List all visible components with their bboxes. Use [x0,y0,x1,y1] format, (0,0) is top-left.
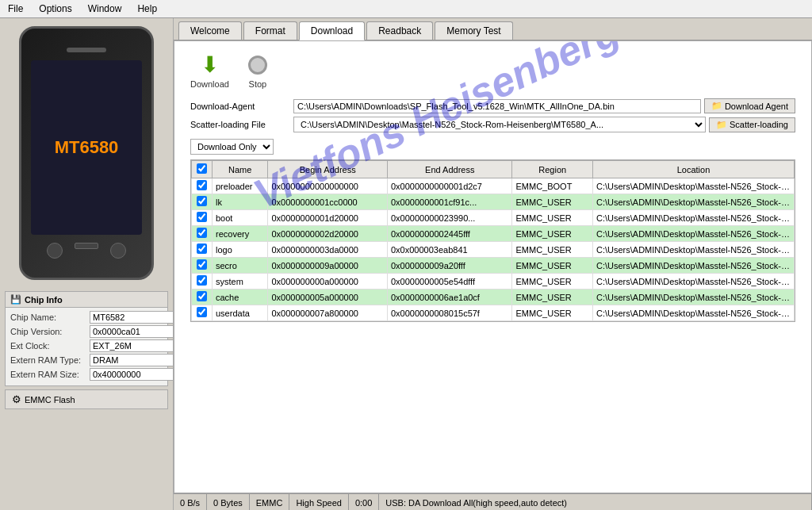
row-checkbox[interactable] [197,180,207,190]
row-region: EMMC_USER [512,305,592,321]
row-name: userdata [213,305,268,321]
phone-bottom-buttons [47,243,126,259]
emmc-flash-section[interactable]: ⚙ EMMC Flash [5,389,168,409]
row-end: 0x00000000023990... [387,210,512,226]
row-checkbox[interactable] [197,259,207,270]
row-begin: 0x0000000003da0000 [268,242,388,258]
row-name: recovery [213,226,268,242]
col-region: Region [512,161,592,178]
row-end: 0x0000000001cf91c... [387,194,512,210]
table-row: preloader 0x0000000000000000 0x000000000… [192,178,795,194]
table-header-row: Name Begin Address End Address Region Lo… [192,161,795,178]
row-checkbox[interactable] [197,307,207,317]
download-button[interactable]: ⬇ Download [190,52,229,89]
chip-ramtype-label: Extern RAM Type: [10,355,90,365]
row-location: C:\Users\ADMIN\Desktop\Masstel-N526_Stoc… [592,194,794,210]
right-panel: Welcome Format Download Readback Memory … [173,18,812,510]
tab-format[interactable]: Format [243,21,297,40]
partition-table-element: Name Begin Address End Address Region Lo… [191,160,795,321]
chip-info-header: 💾 Chip Info [6,292,167,308]
tab-bar: Welcome Format Download Readback Memory … [174,18,812,40]
content-area: Vietfons Heisenberg ⬇ Download Stop [174,40,812,493]
tab-welcome[interactable]: Welcome [178,21,242,40]
tab-download[interactable]: Download [299,21,365,40]
phone-visual: MT6580 [19,26,154,280]
partition-table: Name Begin Address End Address Region Lo… [190,159,795,322]
stop-button[interactable]: Stop [245,52,270,89]
gear-icon: ⚙ [12,393,21,405]
mode-select[interactable]: Download Only [190,139,274,155]
left-panel: MT6580 💾 Chip Info Chip Name: [0,18,173,510]
row-checkbox[interactable] [197,228,207,238]
chip-info-title: Chip Info [25,295,63,305]
scatter-button[interactable]: 📁 Scatter-loading [709,117,795,132]
status-size: 0 Bytes [207,494,250,510]
tab-readback[interactable]: Readback [366,21,433,40]
scatter-btn-label: Scatter-loading [730,120,788,129]
phone-menu-btn [110,243,126,259]
row-checkbox[interactable] [197,212,207,222]
row-checkbox[interactable] [197,275,207,286]
status-time: 0:00 [349,494,379,510]
row-checkbox-cell [192,226,213,242]
stop-icon [245,52,270,78]
row-region: EMMC_USER [512,226,592,242]
row-location: C:\Users\ADMIN\Desktop\Masstel-N526_Stoc… [592,305,794,321]
agent-button[interactable]: 📁 Download Agent [704,98,795,113]
agent-label: Download-Agent [190,102,293,111]
menu-window[interactable]: Window [83,2,127,16]
row-end: 0x000000009a20fff [387,258,512,274]
agent-input[interactable] [293,99,701,113]
status-interface: EMMC [250,494,290,510]
chip-clock-label: Ext Clock: [10,341,90,351]
row-checkbox[interactable] [197,196,207,206]
col-location: Location [592,161,794,178]
row-region: EMMC_USER [512,274,592,290]
scatter-row: Scatter-loading File C:\Users\ADMIN\Desk… [190,117,795,132]
row-begin: 0x0000000001cc0000 [268,194,388,210]
row-name: cache [213,290,268,305]
scatter-select[interactable]: C:\Users\ADMIN\Desktop\Masstel-N526_Stoc… [293,117,706,132]
menubar: File Options Window Help [0,0,812,18]
row-location: C:\Users\ADMIN\Desktop\Masstel-N526_Stoc… [592,210,794,226]
form-section: Download-Agent 📁 Download Agent Scatter-… [182,95,803,139]
tab-memory-test[interactable]: Memory Test [435,21,512,40]
table-row: recovery 0x0000000002d20000 0x0000000002… [192,226,795,242]
emmc-flash-label: EMMC Flash [25,395,75,405]
row-begin: 0x0000000009a00000 [268,258,388,274]
row-location: C:\Users\ADMIN\Desktop\Masstel-N526_Stoc… [592,178,794,194]
row-checkbox-cell [192,194,213,210]
table-row: lk 0x0000000001cc0000 0x0000000001cf91c.… [192,194,795,210]
download-label: Download [190,79,229,89]
row-end: 0x0000000000001d2c7 [387,178,512,194]
table-row: logo 0x0000000003da0000 0x0x000003eab841… [192,242,795,258]
col-end: End Address [387,161,512,178]
row-region: EMMC_USER [512,210,592,226]
phone-speaker [67,48,106,52]
menu-help[interactable]: Help [132,2,162,16]
row-begin: 0x0000000002d20000 [268,226,388,242]
row-end: 0x0000000005e54dfff [387,274,512,290]
row-begin: 0x000000000a000000 [268,274,388,290]
row-location: C:\Users\ADMIN\Desktop\Masstel-N526_Stoc… [592,258,794,274]
select-all-checkbox[interactable] [197,163,207,174]
row-end: 0x0000000008015c57f [387,305,512,321]
row-begin: 0x000000007a800000 [268,305,388,321]
table-row: system 0x000000000a000000 0x0000000005e5… [192,274,795,290]
folder-icon: 📁 [711,101,722,111]
mode-row: Download Only [182,139,803,155]
menu-options[interactable]: Options [34,2,76,16]
chip-icon: 💾 [10,294,21,305]
row-checkbox-cell [192,242,213,258]
phone-brand-label: MT6580 [55,137,119,158]
row-location: C:\Users\ADMIN\Desktop\Masstel-N526_Stoc… [592,274,794,290]
status-mode: High Speed [289,494,349,510]
row-checkbox[interactable] [197,291,207,301]
menu-file[interactable]: File [3,2,28,16]
row-checkbox[interactable] [197,243,207,254]
row-end: 0x0000000006ae1a0cf [387,290,512,305]
status-speed: 0 B/s [174,494,207,510]
row-location: C:\Users\ADMIN\Desktop\Masstel-N526_Stoc… [592,290,794,305]
table-row: cache 0x000000005a000000 0x0000000006ae1… [192,290,795,305]
download-arrow-icon: ⬇ [201,54,219,76]
